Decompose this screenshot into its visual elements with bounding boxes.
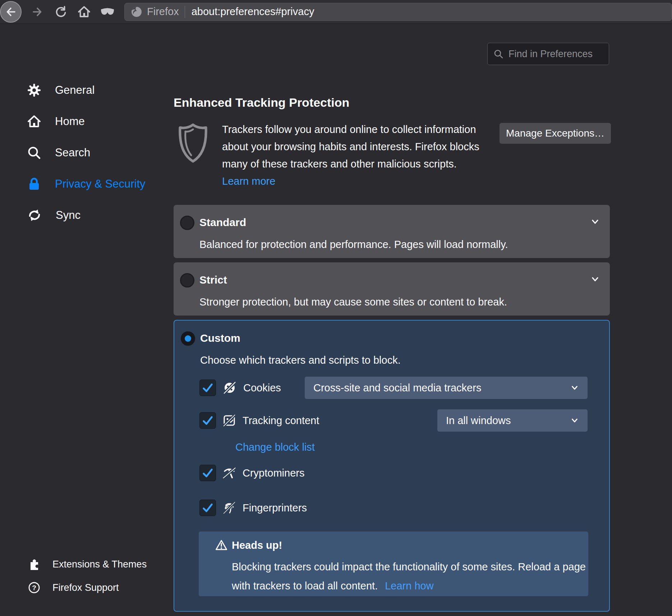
change-block-list-link[interactable]: Change block list: [235, 441, 315, 453]
option-name: Custom: [200, 332, 240, 344]
cookies-dropdown[interactable]: Cross-site and social media trackers: [305, 377, 588, 399]
back-icon: [4, 5, 17, 18]
reload-button[interactable]: [54, 5, 68, 19]
option-card-custom[interactable]: Custom Choose which trackers and scripts…: [174, 320, 610, 612]
cookies-dropdown-value: Cross-site and social media trackers: [313, 382, 481, 394]
sidebar-item-general[interactable]: General: [27, 82, 146, 98]
warning-icon: [215, 539, 227, 551]
urlbar-address[interactable]: about:preferences#privacy: [192, 6, 314, 18]
check-icon: [201, 381, 215, 395]
option-card-strict[interactable]: Strict Stronger protection, but may caus…: [174, 262, 610, 316]
learn-how-link[interactable]: Learn how: [385, 580, 433, 592]
sidebar-item-label: General: [55, 84, 95, 97]
heads-up-warning-box: Heads up! Blocking trackers could impact…: [199, 532, 588, 596]
chevron-down-icon: [570, 416, 579, 425]
custom-row-cookies: Cookies: [199, 380, 281, 396]
option-description: Stronger protection, but may cause some …: [199, 296, 507, 308]
sidebar-item-label: Privacy & Security: [55, 178, 146, 190]
lock-icon: [27, 177, 41, 191]
tracking-content-label: Tracking content: [243, 415, 319, 427]
chevron-down-icon: [570, 383, 579, 392]
sidebar-item-label: Home: [55, 115, 85, 128]
cryptominers-checkbox[interactable]: [199, 465, 216, 481]
custom-row-cryptominers: Cryptominers: [199, 465, 304, 481]
option-name: Standard: [199, 216, 246, 229]
page-title: Enhanced Tracking Protection: [174, 96, 349, 110]
cookie-blocked-icon: [222, 380, 237, 395]
browser-toolbar: Firefox about:preferences#privacy: [0, 0, 672, 24]
urlbar-separator: [185, 6, 185, 18]
option-description: Choose which trackers and scripts to blo…: [200, 354, 401, 366]
sidebar-item-label: Sync: [56, 209, 80, 222]
chevron-down-icon[interactable]: [590, 275, 600, 284]
tracking-content-blocked-icon: [222, 413, 236, 428]
radio-standard[interactable]: [180, 216, 194, 230]
learn-more-link[interactable]: Learn more: [222, 175, 275, 187]
sidebar-footer: Extensions & Themes ? Firefox Support: [28, 556, 147, 603]
check-icon: [201, 466, 215, 480]
warning-title: Heads up!: [232, 539, 282, 551]
sidebar-item-search[interactable]: Search: [27, 145, 146, 161]
svg-text:?: ?: [32, 584, 36, 592]
tracking-content-checkbox[interactable]: [199, 412, 216, 429]
mask-icon: [100, 6, 115, 17]
chevron-down-icon[interactable]: [590, 217, 600, 226]
search-icon: [27, 146, 41, 160]
fingerprinters-label: Fingerprinters: [243, 502, 307, 514]
option-name: Strict: [199, 274, 227, 286]
puzzle-icon: [28, 558, 40, 570]
home-icon: [27, 114, 41, 129]
shield-icon: [177, 122, 209, 164]
urlbar-brand-label: Firefox: [147, 6, 179, 18]
check-icon: [201, 501, 215, 515]
fingerprinters-checkbox[interactable]: [199, 500, 216, 516]
gear-icon: [27, 83, 41, 97]
back-button[interactable]: [0, 1, 22, 23]
search-icon: [493, 49, 503, 59]
find-in-preferences-input[interactable]: [508, 49, 603, 60]
sidebar-item-extensions-themes[interactable]: Extensions & Themes: [28, 556, 147, 572]
option-card-standard[interactable]: Standard Balanced for protection and per…: [174, 205, 610, 258]
custom-row-tracking-content: Tracking content: [199, 412, 319, 429]
manage-exceptions-button[interactable]: Manage Exceptions…: [500, 123, 611, 144]
sidebar-item-label: Search: [55, 146, 90, 159]
cookies-label: Cookies: [243, 382, 281, 394]
cryptominers-blocked-icon: [222, 466, 236, 480]
sidebar-footer-label: Firefox Support: [52, 582, 119, 593]
sidebar-footer-label: Extensions & Themes: [52, 559, 147, 570]
sidebar-item-firefox-support[interactable]: ? Firefox Support: [28, 580, 147, 596]
fingerprinters-blocked-icon: [222, 501, 236, 515]
tracking-content-dropdown[interactable]: In all windows: [437, 409, 588, 432]
custom-row-fingerprinters: Fingerprinters: [199, 500, 307, 516]
etp-description: Trackers follow you around online to col…: [222, 121, 486, 173]
check-icon: [201, 413, 215, 428]
forward-button[interactable]: [31, 5, 44, 18]
radio-custom[interactable]: [181, 331, 195, 346]
sidebar-item-privacy-security[interactable]: Privacy & Security: [27, 176, 146, 192]
reload-icon: [54, 5, 68, 19]
sidebar-item-home[interactable]: Home: [27, 114, 146, 129]
find-in-preferences-box[interactable]: [487, 43, 609, 65]
option-description: Balanced for protection and performance.…: [199, 239, 508, 250]
radio-strict[interactable]: [180, 273, 194, 288]
url-bar[interactable]: Firefox about:preferences#privacy: [124, 3, 672, 21]
privacy-mask-button[interactable]: [100, 6, 115, 17]
forward-icon: [31, 5, 44, 18]
home-icon: [77, 5, 91, 19]
sync-icon: [27, 208, 42, 222]
tracking-dropdown-value: In all windows: [446, 415, 511, 427]
cookies-checkbox[interactable]: [199, 380, 216, 396]
preferences-sidebar: General Home Search Privacy & Secur: [27, 82, 146, 239]
firefox-logo-icon: [130, 5, 143, 19]
sidebar-item-sync[interactable]: Sync: [27, 207, 146, 223]
warning-body: Blocking trackers could impact the funct…: [232, 557, 591, 596]
help-icon: ?: [28, 581, 40, 594]
cryptominers-label: Cryptominers: [243, 467, 304, 479]
home-button[interactable]: [77, 5, 91, 19]
